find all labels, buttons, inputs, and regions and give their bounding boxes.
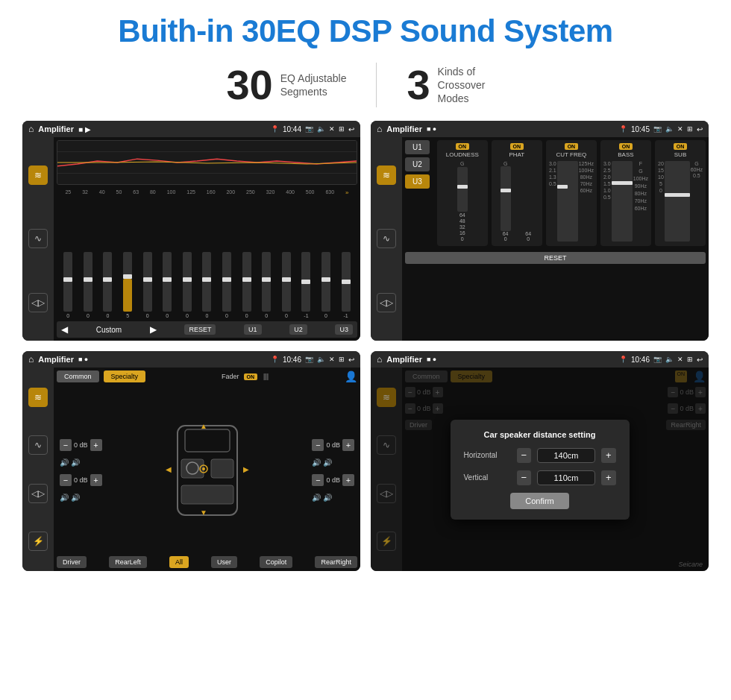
db-tr-minus[interactable]: − <box>312 439 324 451</box>
eq-track-8[interactable] <box>222 252 231 312</box>
user-btn[interactable]: User <box>211 556 237 568</box>
eq-track-7[interactable] <box>202 252 211 312</box>
screen1-back-icon[interactable]: ↩ <box>348 125 354 133</box>
stat-crossover: 3 Kinds ofCrossover Modes <box>377 64 534 106</box>
screen1-close-icon[interactable]: ✕ <box>329 125 335 133</box>
screen1-volume-icon[interactable]: 🔈 <box>317 125 325 133</box>
driver-btn[interactable]: Driver <box>57 556 87 568</box>
screen1-spk-icon[interactable]: ◁▷ <box>28 293 48 312</box>
db-tl-minus[interactable]: − <box>60 439 72 451</box>
screen3-volume-icon[interactable]: 🔈 <box>317 356 325 363</box>
screen3-wave-icon[interactable]: ∿ <box>28 435 48 455</box>
eq-track-12[interactable] <box>301 252 310 312</box>
screen2-back-icon[interactable]: ↩ <box>697 125 703 133</box>
screen2-home-icon[interactable]: ⌂ <box>377 124 382 134</box>
screen2-volume-icon[interactable]: 🔈 <box>665 125 674 133</box>
eq-next-btn[interactable]: ▶ <box>150 324 157 335</box>
screen3-back-icon[interactable]: ↩ <box>348 356 354 364</box>
screen4-camera-icon[interactable]: 📷 <box>653 356 662 363</box>
screen4-back-icon[interactable]: ↩ <box>697 356 703 364</box>
sub-sliders: 20 15 10 5 0 <box>656 160 704 243</box>
screen3-specialty-btn[interactable]: Specialty <box>104 371 146 382</box>
db-br-plus[interactable]: + <box>342 474 354 486</box>
eq-u2-btn[interactable]: U2 <box>289 324 307 335</box>
phat-g-track[interactable] <box>501 166 511 231</box>
screen1-wave-icon[interactable]: ∿ <box>28 229 48 248</box>
screen3-eq-icon[interactable]: ≋ <box>28 388 48 407</box>
eq-track-10[interactable] <box>262 252 271 312</box>
db-br-minus[interactable]: − <box>312 474 324 486</box>
screen4-status-bar: ⌂ Amplifier ■ ● 📍 10:46 📷 🔈 ✕ ⊞ ↩ <box>371 351 709 368</box>
db-tl-plus[interactable]: + <box>90 439 102 451</box>
screen2-reset-btn[interactable]: RESET <box>405 252 706 264</box>
screen2-u2-btn[interactable]: U2 <box>405 157 430 171</box>
eq-slider-6: 0 <box>183 252 192 318</box>
dialog-vertical-plus[interactable]: + <box>601 470 615 485</box>
eq-track-4[interactable] <box>143 252 152 312</box>
cutfreq-track[interactable] <box>557 161 578 242</box>
bass-f-track[interactable] <box>612 161 633 242</box>
screen3-close-icon[interactable]: ✕ <box>329 356 335 363</box>
db-bl-plus[interactable]: + <box>90 474 102 486</box>
dialog-vertical-minus[interactable]: − <box>517 470 531 485</box>
screen4-volume-icon[interactable]: 🔈 <box>665 356 674 363</box>
speaker-icon-l1: 🔊 <box>60 458 69 467</box>
eq-u3-btn[interactable]: U3 <box>335 324 353 335</box>
dialog-horizontal-plus[interactable]: + <box>601 448 615 463</box>
dialog-horizontal-minus[interactable]: − <box>517 448 531 463</box>
rearleft-btn[interactable]: RearLeft <box>109 556 147 568</box>
speaker-icon-r4: 🔊 <box>323 494 332 502</box>
copilot-btn[interactable]: Copilot <box>260 556 292 568</box>
eq-track-2[interactable] <box>103 252 112 312</box>
screen3-common-btn[interactable]: Common <box>57 371 99 382</box>
screen2-wave-icon[interactable]: ∿ <box>377 229 396 248</box>
db-bl-minus[interactable]: − <box>60 474 72 486</box>
screen1-camera-icon[interactable]: 📷 <box>305 125 313 133</box>
screen3-spk-icon[interactable]: ◁▷ <box>28 484 48 503</box>
screen1-home-icon[interactable]: ⌂ <box>28 124 34 134</box>
screen1-play-icon[interactable]: ■ ▶ <box>78 125 91 133</box>
screen1-content: ≋ ∿ ◁▷ <box>22 137 360 341</box>
screen2-u1-btn[interactable]: U1 <box>405 140 430 154</box>
bass-name: BASS <box>618 151 633 158</box>
eq-track-14[interactable] <box>342 252 351 312</box>
db-tr-plus[interactable]: + <box>342 439 354 451</box>
loudness-g-track[interactable] <box>457 167 468 212</box>
confirm-button[interactable]: Confirm <box>510 493 569 509</box>
cutfreq-on: ON <box>565 143 579 150</box>
eq-track-5[interactable] <box>163 252 172 312</box>
eq-track-6[interactable] <box>183 252 192 312</box>
screen3-home-icon[interactable]: ⌂ <box>28 354 34 365</box>
screen2-u3-btn[interactable]: U3 <box>405 174 430 189</box>
eq-track-1[interactable] <box>84 252 92 312</box>
screen3-left-icons2: 🔊 🔊 <box>60 494 102 502</box>
screen2-dup-icon[interactable]: ⊞ <box>687 125 693 133</box>
screen2-channels-area: ON LOUDNESS G 64 48 <box>437 140 706 246</box>
screen3-bt-icon[interactable]: ⚡ <box>28 532 48 551</box>
screen2-spk-icon[interactable]: ◁▷ <box>377 293 396 312</box>
eq-track-13[interactable] <box>321 252 330 312</box>
rearright-btn[interactable]: RearRight <box>315 556 357 568</box>
screen4-dup-icon[interactable]: ⊞ <box>687 356 693 363</box>
eq-prev-btn[interactable]: ◀ <box>61 324 68 335</box>
screen3-dup-icon[interactable]: ⊞ <box>339 356 345 363</box>
screen3-camera-icon[interactable]: 📷 <box>305 356 313 363</box>
screen2-close-icon[interactable]: ✕ <box>677 125 683 133</box>
eq-track-0[interactable] <box>63 252 72 312</box>
all-btn[interactable]: All <box>169 556 189 568</box>
screen4-close-icon[interactable]: ✕ <box>677 356 683 363</box>
eq-track-9[interactable] <box>242 252 251 312</box>
eq-track-11[interactable] <box>282 252 291 312</box>
eq-reset-btn[interactable]: RESET <box>184 324 216 335</box>
screen4-home-icon[interactable]: ⌂ <box>377 354 382 365</box>
screen3-left-controls: − 0 dB + 🔊 🔊 − 0 dB + <box>60 387 102 553</box>
screen2-eq-icon[interactable]: ≋ <box>377 165 396 185</box>
eq-u1-btn[interactable]: U1 <box>244 324 262 335</box>
svg-rect-8 <box>181 485 233 504</box>
screen1-eq-icon[interactable]: ≋ <box>28 165 48 185</box>
eq-track-3[interactable] <box>123 252 132 312</box>
screen2-camera-icon[interactable]: 📷 <box>653 125 662 133</box>
screen2-presets-row: U1 U2 U3 ON LOUDNESS <box>405 140 706 246</box>
screen1-dup-icon[interactable]: ⊞ <box>339 125 345 133</box>
sub-g-track[interactable] <box>665 161 690 242</box>
